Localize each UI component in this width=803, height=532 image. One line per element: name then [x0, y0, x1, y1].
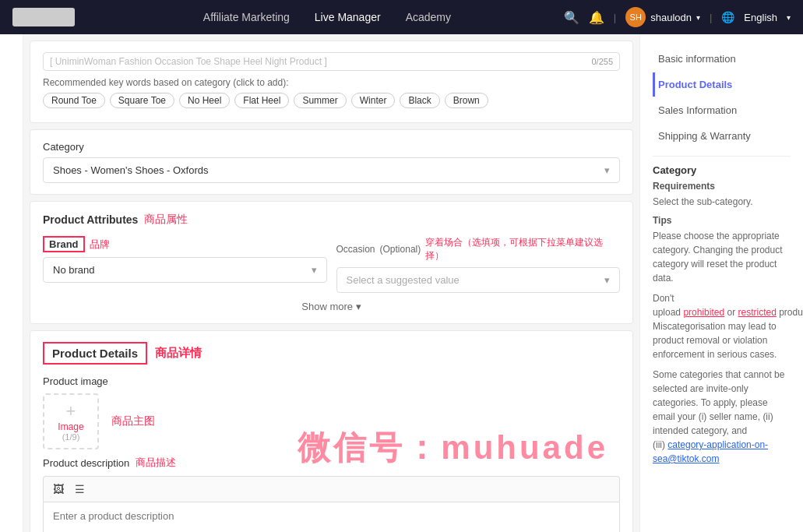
category-section: Category Shoes - Women's Shoes - Oxfords… — [30, 129, 633, 195]
occasion-select[interactable]: Select a suggested value ▾ — [336, 267, 621, 293]
occasion-field-label-row: Occasion (Optional) 穿着场合（选填项，可根据下拉菜单建议选择… — [336, 236, 621, 262]
language-icon: 🌐 — [721, 11, 734, 23]
nav-academy[interactable]: Academy — [406, 11, 451, 23]
username: shaulodn — [650, 12, 692, 23]
show-more-button[interactable]: Show more ▾ — [43, 301, 620, 312]
language-label[interactable]: English — [744, 12, 777, 23]
rp-nav-shipping[interactable]: Shipping & Warranty — [653, 124, 791, 148]
desc-image-icon[interactable]: 🖼 — [50, 481, 67, 497]
tag-summer[interactable]: Summer — [294, 93, 346, 108]
brand-field-label-row: Brand 品牌 — [43, 236, 327, 252]
tag-no-heel[interactable]: No Heel — [179, 93, 230, 108]
user-badge[interactable]: SH shaulodn ▾ — [625, 7, 700, 27]
image-upload-sub: (1/9) — [62, 432, 80, 442]
nav-right: 🔍 🔔 | SH shaulodn ▾ | 🌐 English ▾ — [564, 7, 791, 27]
tag-brown[interactable]: Brown — [445, 93, 488, 108]
brand-chevron-icon: ▾ — [312, 264, 317, 276]
rp-link-prohibited[interactable]: prohibited — [683, 307, 724, 318]
attributes-grid: Brand 品牌 No brand ▾ Occasion (Optional) … — [43, 236, 620, 293]
right-panel: Basic information Product Details Sales … — [639, 34, 803, 532]
brand-value: No brand — [53, 264, 94, 276]
keywords-label: Recommended key words based on category … — [43, 77, 620, 88]
char-count: 0/255 — [591, 57, 613, 66]
nav-live-manager[interactable]: Live Manager — [315, 11, 381, 23]
tag-square-toe[interactable]: Square Toe — [110, 93, 174, 108]
keywords-input-value: [ UniminWoman Fashion Occasion Toe Shape… — [50, 56, 327, 67]
keywords-input-bar: [ UniminWoman Fashion Occasion Toe Shape… — [43, 52, 620, 71]
rp-tips-text1: Please choose the appropriate category. … — [653, 229, 791, 285]
rp-link-restricted[interactable]: restricted — [738, 307, 776, 318]
rp-requirements-text: Select the sub-category. — [653, 195, 791, 209]
attributes-title: Product Attributes — [43, 213, 138, 226]
avatar: SH — [625, 7, 646, 27]
image-label-cn: 商品主图 — [111, 414, 155, 428]
occasion-field: Occasion (Optional) 穿着场合（选填项，可根据下拉菜单建议选择… — [336, 236, 621, 293]
description-label-cn: 商品描述 — [136, 456, 176, 470]
image-upload-label: Image — [58, 421, 83, 432]
description-label-row: Product description 商品描述 — [43, 456, 620, 470]
tag-flat-heel[interactable]: Flat Heel — [234, 93, 289, 108]
nav-links: Affiliate Marketing Live Manager Academy — [90, 11, 564, 23]
occasion-optional: (Optional) — [380, 244, 421, 255]
nav-affiliate-marketing[interactable]: Affiliate Marketing — [203, 11, 290, 23]
rp-tips-label: Tips — [653, 215, 791, 226]
product-image-row: + Image (1/9) 商品主图 — [43, 393, 620, 449]
attributes-title-cn: 商品属性 — [144, 213, 188, 227]
product-details-section: Product Details 商品详情 Product image + Ima… — [30, 330, 633, 532]
rp-nav-basic-info[interactable]: Basic information — [653, 47, 791, 71]
description-toolbar: 🖼 ☰ — [43, 476, 620, 502]
plus-icon: + — [66, 401, 76, 421]
category-value: Shoes - Women's Shoes - Oxfords — [53, 164, 209, 176]
product-details-header: Product Details 商品详情 — [43, 342, 620, 365]
product-details-title: Product Details — [43, 342, 147, 365]
language-chevron-icon: ▾ — [787, 13, 791, 22]
attributes-header: Product Attributes 商品属性 — [43, 213, 620, 227]
user-chevron-icon: ▾ — [696, 13, 700, 22]
search-icon[interactable]: 🔍 — [564, 10, 579, 25]
tag-round-toe[interactable]: Round Toe — [43, 93, 105, 108]
main-content: [ UniminWoman Fashion Occasion Toe Shape… — [23, 34, 639, 532]
product-attributes-section: Product Attributes 商品属性 Brand 品牌 No bran… — [30, 201, 633, 324]
occasion-chevron-icon: ▾ — [604, 274, 610, 286]
desc-list-icon[interactable]: ☰ — [72, 481, 88, 497]
category-select[interactable]: Shoes - Women's Shoes - Oxfords ▾ — [43, 157, 620, 183]
page-wrapper: [ UniminWoman Fashion Occasion Toe Shape… — [0, 34, 803, 532]
tag-black[interactable]: Black — [400, 93, 439, 108]
rp-category-title: Category — [653, 164, 791, 176]
sidebar-left — [0, 34, 23, 532]
category-chevron-icon: ▾ — [604, 164, 610, 176]
rp-tips-text2: Don't upload prohibited or restricted pr… — [653, 291, 791, 361]
top-navigation: Affiliate Marketing Live Manager Academy… — [0, 0, 803, 34]
brand-select[interactable]: No brand ▾ — [43, 257, 327, 283]
logo — [12, 8, 75, 26]
keywords-section: [ UniminWoman Fashion Occasion Toe Shape… — [30, 41, 633, 123]
rp-requirements-label: Requirements — [653, 181, 791, 192]
brand-label: Brand — [43, 236, 85, 252]
brand-label-cn: 品牌 — [90, 238, 110, 252]
category-label: Category — [43, 141, 620, 153]
bell-icon[interactable]: 🔔 — [589, 10, 604, 25]
occasion-label: Occasion — [336, 244, 375, 255]
rp-tips-text5: Some categories that cannot be selected … — [653, 368, 791, 466]
rp-divider — [653, 156, 791, 157]
description-textarea[interactable] — [43, 502, 620, 532]
image-upload-button[interactable]: + Image (1/9) — [43, 393, 99, 449]
rp-link-email[interactable]: category-application-on-sea@tiktok.com — [653, 439, 768, 464]
tag-winter[interactable]: Winter — [351, 93, 396, 108]
occasion-desc: 穿着场合（选填项，可根据下拉菜单建议选择） — [425, 236, 620, 262]
rp-nav-product-details[interactable]: Product Details — [653, 72, 791, 97]
occasion-placeholder: Select a suggested value — [347, 274, 460, 286]
brand-field: Brand 品牌 No brand ▾ — [43, 236, 327, 293]
rp-nav-sales-info[interactable]: Sales Information — [653, 98, 791, 122]
product-details-title-cn: 商品详情 — [155, 346, 202, 361]
product-image-label: Product image — [43, 375, 620, 387]
keywords-tag-row: Round Toe Square Toe No Heel Flat Heel S… — [43, 93, 620, 108]
description-label: Product description — [43, 457, 129, 469]
